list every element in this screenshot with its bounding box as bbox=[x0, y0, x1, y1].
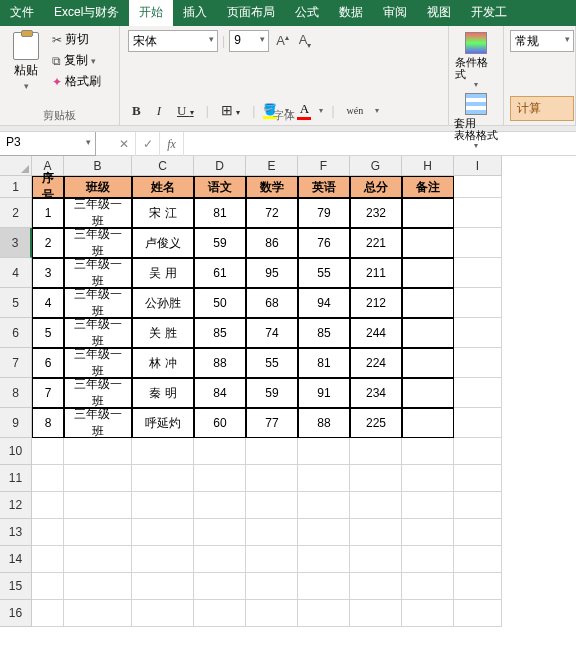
cell[interactable]: 81 bbox=[298, 348, 350, 378]
cell[interactable] bbox=[298, 492, 350, 519]
formula-input[interactable] bbox=[184, 141, 576, 147]
cell[interactable]: 95 bbox=[246, 258, 298, 288]
tab-5[interactable]: 公式 bbox=[285, 0, 329, 26]
cell[interactable] bbox=[64, 573, 132, 600]
cell[interactable] bbox=[454, 318, 502, 348]
row-header-13[interactable]: 13 bbox=[0, 519, 32, 546]
cell[interactable] bbox=[132, 465, 194, 492]
cell[interactable] bbox=[246, 573, 298, 600]
tab-0[interactable]: 文件 bbox=[0, 0, 44, 26]
row-header-14[interactable]: 14 bbox=[0, 546, 32, 573]
cell[interactable] bbox=[402, 465, 454, 492]
cell[interactable] bbox=[402, 348, 454, 378]
cell[interactable]: 三年级一班 bbox=[64, 198, 132, 228]
cell[interactable]: 86 bbox=[246, 228, 298, 258]
row-header-3[interactable]: 3 bbox=[0, 228, 32, 258]
cell[interactable]: 8 bbox=[32, 408, 64, 438]
fx-button[interactable]: fx bbox=[160, 132, 184, 156]
row-header-8[interactable]: 8 bbox=[0, 378, 32, 408]
cell[interactable]: 79 bbox=[298, 198, 350, 228]
calc-style[interactable]: 计算 bbox=[510, 96, 574, 121]
cell[interactable] bbox=[298, 573, 350, 600]
cell[interactable] bbox=[32, 492, 64, 519]
cell[interactable]: 85 bbox=[194, 318, 246, 348]
cell[interactable] bbox=[246, 519, 298, 546]
cell[interactable] bbox=[402, 378, 454, 408]
row-header-11[interactable]: 11 bbox=[0, 465, 32, 492]
cell[interactable]: 宋 江 bbox=[132, 198, 194, 228]
cell[interactable]: 三年级一班 bbox=[64, 288, 132, 318]
cell[interactable] bbox=[402, 408, 454, 438]
col-header-I[interactable]: I bbox=[454, 156, 502, 176]
cell[interactable] bbox=[32, 573, 64, 600]
cell[interactable]: 212 bbox=[350, 288, 402, 318]
cell[interactable] bbox=[194, 519, 246, 546]
cell[interactable] bbox=[454, 438, 502, 465]
cell[interactable] bbox=[64, 465, 132, 492]
cell[interactable]: 221 bbox=[350, 228, 402, 258]
cell[interactable] bbox=[402, 318, 454, 348]
cell[interactable] bbox=[246, 492, 298, 519]
cell[interactable]: 50 bbox=[194, 288, 246, 318]
conditional-format-button[interactable]: 条件格式 ▾ bbox=[455, 30, 497, 89]
cell[interactable]: 55 bbox=[298, 258, 350, 288]
cell[interactable] bbox=[298, 438, 350, 465]
cell[interactable] bbox=[402, 600, 454, 627]
cell[interactable]: 74 bbox=[246, 318, 298, 348]
cell[interactable]: 59 bbox=[246, 378, 298, 408]
cell[interactable] bbox=[64, 546, 132, 573]
cell[interactable]: 72 bbox=[246, 198, 298, 228]
cell[interactable] bbox=[64, 438, 132, 465]
row-header-10[interactable]: 10 bbox=[0, 438, 32, 465]
cell[interactable]: 三年级一班 bbox=[64, 348, 132, 378]
cell[interactable] bbox=[350, 519, 402, 546]
cell[interactable]: 59 bbox=[194, 228, 246, 258]
cell[interactable]: 88 bbox=[194, 348, 246, 378]
cell[interactable]: 224 bbox=[350, 348, 402, 378]
cell[interactable]: 2 bbox=[32, 228, 64, 258]
cell[interactable] bbox=[402, 573, 454, 600]
cell[interactable] bbox=[350, 546, 402, 573]
cell[interactable]: 总分 bbox=[350, 176, 402, 198]
cell[interactable]: 备注 bbox=[402, 176, 454, 198]
cell[interactable] bbox=[194, 600, 246, 627]
cell[interactable] bbox=[246, 465, 298, 492]
col-header-D[interactable]: D bbox=[194, 156, 246, 176]
row-header-1[interactable]: 1 bbox=[0, 176, 32, 198]
cell[interactable] bbox=[298, 465, 350, 492]
cell[interactable] bbox=[454, 546, 502, 573]
cell[interactable] bbox=[246, 438, 298, 465]
cell[interactable] bbox=[350, 438, 402, 465]
cell[interactable] bbox=[132, 600, 194, 627]
cell[interactable]: 5 bbox=[32, 318, 64, 348]
cell[interactable]: 211 bbox=[350, 258, 402, 288]
cell[interactable]: 三年级一班 bbox=[64, 378, 132, 408]
cell[interactable]: 244 bbox=[350, 318, 402, 348]
cell[interactable]: 关 胜 bbox=[132, 318, 194, 348]
cancel-button[interactable]: ✕ bbox=[112, 132, 136, 156]
cell[interactable] bbox=[454, 600, 502, 627]
cell[interactable] bbox=[454, 176, 502, 198]
tab-9[interactable]: 开发工 bbox=[461, 0, 517, 26]
cell[interactable] bbox=[298, 519, 350, 546]
cell[interactable] bbox=[454, 288, 502, 318]
cell[interactable]: 林 冲 bbox=[132, 348, 194, 378]
cell[interactable] bbox=[402, 546, 454, 573]
copy-button[interactable]: ⧉复制▾ bbox=[50, 51, 103, 70]
cell[interactable] bbox=[402, 198, 454, 228]
row-header-12[interactable]: 12 bbox=[0, 492, 32, 519]
cell[interactable] bbox=[298, 546, 350, 573]
col-header-C[interactable]: C bbox=[132, 156, 194, 176]
cell[interactable] bbox=[402, 258, 454, 288]
cell[interactable] bbox=[32, 600, 64, 627]
cell[interactable] bbox=[402, 228, 454, 258]
cell[interactable]: 234 bbox=[350, 378, 402, 408]
cell[interactable] bbox=[454, 408, 502, 438]
cell[interactable]: 85 bbox=[298, 318, 350, 348]
cell[interactable]: 吴 用 bbox=[132, 258, 194, 288]
cell[interactable] bbox=[32, 546, 64, 573]
cell[interactable]: 卢俊义 bbox=[132, 228, 194, 258]
enter-button[interactable]: ✓ bbox=[136, 132, 160, 156]
cell[interactable]: 4 bbox=[32, 288, 64, 318]
cell[interactable]: 76 bbox=[298, 228, 350, 258]
